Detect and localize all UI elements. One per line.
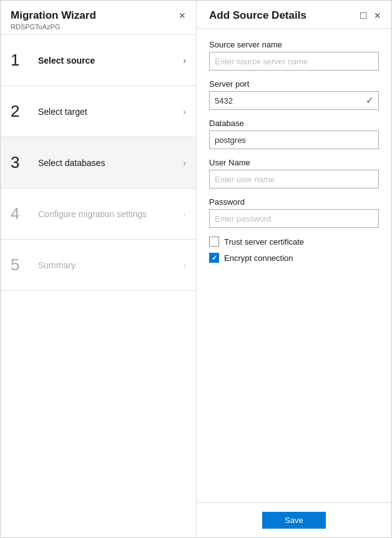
password-label: Password: [209, 197, 379, 207]
maximize-icon[interactable]: ☐: [360, 11, 368, 21]
step-1[interactable]: 1 Select source ›: [1, 35, 196, 86]
step-2-number: 2: [11, 102, 31, 121]
step-1-number: 1: [11, 51, 31, 70]
password-input[interactable]: [209, 209, 379, 228]
right-panel: Add Source Details ☐ ✕ Source server nam…: [197, 1, 391, 537]
encrypt-conn-row[interactable]: Encrypt connection: [209, 253, 379, 263]
trust-cert-checkbox[interactable]: [209, 237, 219, 247]
step-1-label: Select source: [38, 56, 183, 66]
password-group: Password: [209, 197, 379, 228]
step-5-number: 5: [11, 255, 31, 275]
trust-cert-row[interactable]: Trust server certificate: [209, 237, 379, 247]
step-5-chevron: ›: [183, 260, 186, 270]
encrypt-conn-label: Encrypt connection: [224, 253, 293, 263]
source-server-name-group: Source server name: [209, 40, 379, 71]
step-3-label: Select databases: [38, 158, 183, 168]
right-header: Add Source Details ☐ ✕: [197, 1, 391, 29]
source-server-name-input[interactable]: [209, 52, 379, 71]
step-4-label: Configure migration settings: [38, 209, 183, 219]
server-port-label: Server port: [209, 79, 379, 89]
server-port-input-wrapper: ✓: [209, 91, 379, 110]
step-4[interactable]: 4 Configure migration settings ›: [1, 188, 196, 240]
wizard-title: Migration Wizard: [11, 9, 96, 22]
source-server-name-label: Source server name: [209, 40, 379, 49]
step-4-chevron: ›: [183, 209, 186, 219]
right-content: Source server name Server port ✓ Databas…: [197, 29, 391, 502]
database-group: Database: [209, 119, 379, 149]
left-panel: Migration Wizard RDSPGToAzPG ✕ 1 Select …: [1, 1, 197, 537]
encrypt-conn-checkbox[interactable]: [209, 253, 219, 263]
server-port-group: Server port ✓: [209, 79, 379, 110]
step-5-label: Summary: [38, 260, 183, 270]
wizard-steps: 1 Select source › 2 Select target › 3 Se…: [1, 35, 196, 537]
user-name-label: User Name: [209, 158, 379, 167]
server-port-input[interactable]: [209, 91, 379, 110]
step-3-chevron: ›: [183, 158, 186, 168]
step-2[interactable]: 2 Select target ›: [1, 86, 196, 137]
step-4-number: 4: [11, 204, 31, 223]
right-footer: Save: [197, 502, 391, 537]
step-2-chevron: ›: [183, 107, 186, 117]
left-header-text: Migration Wizard RDSPGToAzPG: [11, 9, 96, 31]
step-5[interactable]: 5 Summary ›: [1, 240, 196, 291]
wizard-subtitle: RDSPGToAzPG: [11, 23, 96, 31]
database-input[interactable]: [209, 130, 379, 149]
right-header-icons: ☐ ✕: [360, 11, 381, 21]
trust-cert-label: Trust server certificate: [224, 237, 304, 247]
user-name-group: User Name: [209, 158, 379, 188]
step-3-number: 3: [11, 153, 31, 172]
step-2-label: Select target: [38, 107, 183, 117]
right-panel-title: Add Source Details: [209, 9, 306, 22]
close-icon[interactable]: ✕: [374, 11, 381, 21]
left-header: Migration Wizard RDSPGToAzPG ✕: [1, 1, 196, 35]
user-name-input[interactable]: [209, 170, 379, 188]
database-label: Database: [209, 119, 379, 128]
wizard-close-icon[interactable]: ✕: [179, 11, 186, 21]
step-3[interactable]: 3 Select databases ›: [1, 137, 196, 188]
port-check-icon: ✓: [366, 95, 374, 106]
save-button[interactable]: Save: [262, 512, 326, 529]
step-1-chevron: ›: [183, 56, 186, 66]
